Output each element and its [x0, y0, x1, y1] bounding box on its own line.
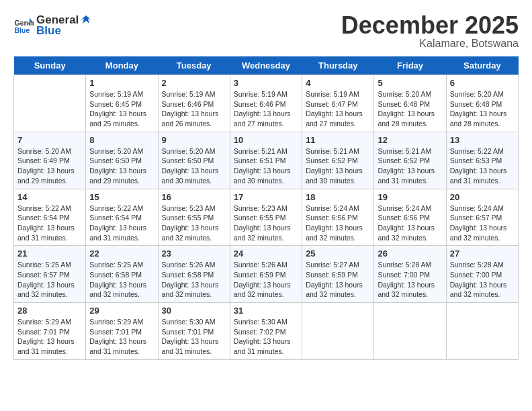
- day-number: 26: [378, 248, 442, 259]
- calendar-cell: [14, 75, 86, 132]
- day-number: 11: [306, 135, 370, 145]
- day-number: 2: [162, 78, 226, 88]
- calendar-cell: 2 Sunrise: 5:19 AMSunset: 6:46 PMDayligh…: [158, 75, 230, 132]
- day-header-thursday: Thursday: [302, 56, 374, 75]
- cell-info: Sunrise: 5:29 AMSunset: 7:01 PMDaylight:…: [17, 317, 82, 357]
- calendar-cell: 9 Sunrise: 5:20 AMSunset: 6:50 PMDayligh…: [158, 132, 230, 189]
- cell-info: Sunrise: 5:22 AMSunset: 6:54 PMDaylight:…: [89, 203, 154, 243]
- calendar-cell: 19 Sunrise: 5:24 AMSunset: 6:56 PMDaylig…: [374, 189, 446, 246]
- day-header-monday: Monday: [86, 56, 158, 75]
- day-number: 13: [450, 135, 515, 145]
- day-number: 1: [89, 78, 154, 88]
- cell-info: Sunrise: 5:21 AMSunset: 6:52 PMDaylight:…: [378, 146, 442, 186]
- cell-info: Sunrise: 5:24 AMSunset: 6:56 PMDaylight:…: [306, 203, 370, 243]
- calendar-cell: 15 Sunrise: 5:22 AMSunset: 6:54 PMDaylig…: [86, 189, 158, 246]
- cell-info: Sunrise: 5:20 AMSunset: 6:50 PMDaylight:…: [162, 146, 226, 186]
- calendar-cell: 31 Sunrise: 5:30 AMSunset: 7:02 PMDaylig…: [230, 303, 302, 360]
- calendar-cell: 22 Sunrise: 5:25 AMSunset: 6:58 PMDaylig…: [86, 246, 158, 303]
- cell-info: Sunrise: 5:30 AMSunset: 7:01 PMDaylight:…: [162, 317, 226, 357]
- calendar-cell: 28 Sunrise: 5:29 AMSunset: 7:01 PMDaylig…: [14, 303, 86, 360]
- cell-info: Sunrise: 5:28 AMSunset: 7:00 PMDaylight:…: [378, 260, 442, 300]
- calendar-cell: 12 Sunrise: 5:21 AMSunset: 6:52 PMDaylig…: [374, 132, 446, 189]
- cell-info: Sunrise: 5:21 AMSunset: 6:51 PMDaylight:…: [234, 146, 298, 186]
- day-number: 19: [378, 192, 442, 202]
- day-number: 18: [306, 192, 370, 202]
- day-number: 31: [234, 306, 298, 316]
- month-title: December 2025: [341, 13, 519, 38]
- day-number: 30: [162, 306, 226, 316]
- day-number: 10: [234, 135, 298, 145]
- cell-info: Sunrise: 5:26 AMSunset: 6:58 PMDaylight:…: [162, 260, 226, 300]
- cell-info: Sunrise: 5:30 AMSunset: 7:02 PMDaylight:…: [234, 317, 298, 357]
- calendar-cell: 1 Sunrise: 5:19 AMSunset: 6:45 PMDayligh…: [86, 75, 158, 132]
- calendar-cell: 25 Sunrise: 5:27 AMSunset: 6:59 PMDaylig…: [302, 246, 374, 303]
- calendar-cell: 13 Sunrise: 5:22 AMSunset: 6:53 PMDaylig…: [446, 132, 518, 189]
- calendar-cell: 6 Sunrise: 5:20 AMSunset: 6:48 PMDayligh…: [446, 75, 518, 132]
- day-number: 27: [450, 248, 515, 259]
- calendar-table: SundayMondayTuesdayWednesdayThursdayFrid…: [13, 56, 519, 360]
- title-section: December 2025 Kalamare, Botswana: [341, 13, 519, 50]
- cell-info: Sunrise: 5:20 AMSunset: 6:49 PMDaylight:…: [17, 146, 82, 186]
- calendar-week-2: 7 Sunrise: 5:20 AMSunset: 6:49 PMDayligh…: [14, 132, 519, 189]
- calendar-cell: 24 Sunrise: 5:26 AMSunset: 6:59 PMDaylig…: [230, 246, 302, 303]
- calendar-cell: 3 Sunrise: 5:19 AMSunset: 6:46 PMDayligh…: [230, 75, 302, 132]
- page-header: General Blue General Blue December 2025 …: [13, 13, 519, 50]
- calendar-cell: 8 Sunrise: 5:20 AMSunset: 6:50 PMDayligh…: [86, 132, 158, 189]
- day-number: 29: [89, 306, 154, 316]
- calendar-cell: 23 Sunrise: 5:26 AMSunset: 6:58 PMDaylig…: [158, 246, 230, 303]
- calendar-cell: 18 Sunrise: 5:24 AMSunset: 6:56 PMDaylig…: [302, 189, 374, 246]
- cell-info: Sunrise: 5:22 AMSunset: 6:53 PMDaylight:…: [450, 146, 515, 186]
- day-header-sunday: Sunday: [14, 56, 86, 75]
- day-number: 9: [162, 135, 226, 145]
- cell-info: Sunrise: 5:21 AMSunset: 6:52 PMDaylight:…: [306, 146, 370, 186]
- day-number: 16: [162, 192, 226, 202]
- svg-text:Blue: Blue: [15, 26, 30, 34]
- cell-info: Sunrise: 5:24 AMSunset: 6:57 PMDaylight:…: [450, 203, 515, 243]
- calendar-cell: 21 Sunrise: 5:25 AMSunset: 6:57 PMDaylig…: [14, 246, 86, 303]
- cell-info: Sunrise: 5:19 AMSunset: 6:47 PMDaylight:…: [306, 89, 370, 129]
- calendar-week-3: 14 Sunrise: 5:22 AMSunset: 6:54 PMDaylig…: [14, 189, 519, 246]
- day-number: 22: [89, 248, 154, 259]
- cell-info: Sunrise: 5:24 AMSunset: 6:56 PMDaylight:…: [378, 203, 442, 243]
- logo-bird-icon: [80, 14, 92, 26]
- location-text: Kalamare, Botswana: [341, 38, 519, 50]
- cell-info: Sunrise: 5:22 AMSunset: 6:54 PMDaylight:…: [17, 203, 82, 243]
- cell-info: Sunrise: 5:19 AMSunset: 6:45 PMDaylight:…: [89, 89, 154, 129]
- cell-info: Sunrise: 5:29 AMSunset: 7:01 PMDaylight:…: [89, 317, 154, 357]
- day-number: 21: [17, 248, 82, 259]
- calendar-cell: [446, 303, 518, 360]
- calendar-cell: 11 Sunrise: 5:21 AMSunset: 6:52 PMDaylig…: [302, 132, 374, 189]
- day-number: 8: [89, 135, 154, 145]
- calendar-cell: 30 Sunrise: 5:30 AMSunset: 7:01 PMDaylig…: [158, 303, 230, 360]
- day-header-tuesday: Tuesday: [158, 56, 230, 75]
- calendar-week-1: 1 Sunrise: 5:19 AMSunset: 6:45 PMDayligh…: [14, 75, 519, 132]
- logo-icon: General Blue: [13, 15, 34, 36]
- cell-info: Sunrise: 5:28 AMSunset: 7:00 PMDaylight:…: [450, 260, 515, 300]
- day-number: 3: [234, 78, 298, 88]
- calendar-week-5: 28 Sunrise: 5:29 AMSunset: 7:01 PMDaylig…: [14, 303, 519, 360]
- cell-info: Sunrise: 5:19 AMSunset: 6:46 PMDaylight:…: [234, 89, 298, 129]
- calendar-cell: 16 Sunrise: 5:23 AMSunset: 6:55 PMDaylig…: [158, 189, 230, 246]
- calendar-cell: 17 Sunrise: 5:23 AMSunset: 6:55 PMDaylig…: [230, 189, 302, 246]
- calendar-cell: [302, 303, 374, 360]
- calendar-cell: 29 Sunrise: 5:29 AMSunset: 7:01 PMDaylig…: [86, 303, 158, 360]
- day-number: 15: [89, 192, 154, 202]
- cell-info: Sunrise: 5:23 AMSunset: 6:55 PMDaylight:…: [234, 203, 298, 243]
- day-number: 14: [17, 192, 82, 202]
- day-number: 6: [450, 78, 515, 88]
- cell-info: Sunrise: 5:19 AMSunset: 6:46 PMDaylight:…: [162, 89, 226, 129]
- cell-info: Sunrise: 5:27 AMSunset: 6:59 PMDaylight:…: [306, 260, 370, 300]
- day-number: 4: [306, 78, 370, 88]
- day-number: 28: [17, 306, 82, 316]
- calendar-cell: 10 Sunrise: 5:21 AMSunset: 6:51 PMDaylig…: [230, 132, 302, 189]
- cell-info: Sunrise: 5:25 AMSunset: 6:57 PMDaylight:…: [17, 260, 82, 300]
- day-number: 20: [450, 192, 515, 202]
- calendar-header-row: SundayMondayTuesdayWednesdayThursdayFrid…: [14, 56, 519, 75]
- cell-info: Sunrise: 5:20 AMSunset: 6:48 PMDaylight:…: [450, 89, 515, 129]
- cell-info: Sunrise: 5:20 AMSunset: 6:48 PMDaylight:…: [378, 89, 442, 129]
- day-number: 24: [234, 248, 298, 259]
- calendar-cell: 7 Sunrise: 5:20 AMSunset: 6:49 PMDayligh…: [14, 132, 86, 189]
- logo: General Blue General Blue: [13, 13, 92, 38]
- calendar-cell: 20 Sunrise: 5:24 AMSunset: 6:57 PMDaylig…: [446, 189, 518, 246]
- calendar-cell: 26 Sunrise: 5:28 AMSunset: 7:00 PMDaylig…: [374, 246, 446, 303]
